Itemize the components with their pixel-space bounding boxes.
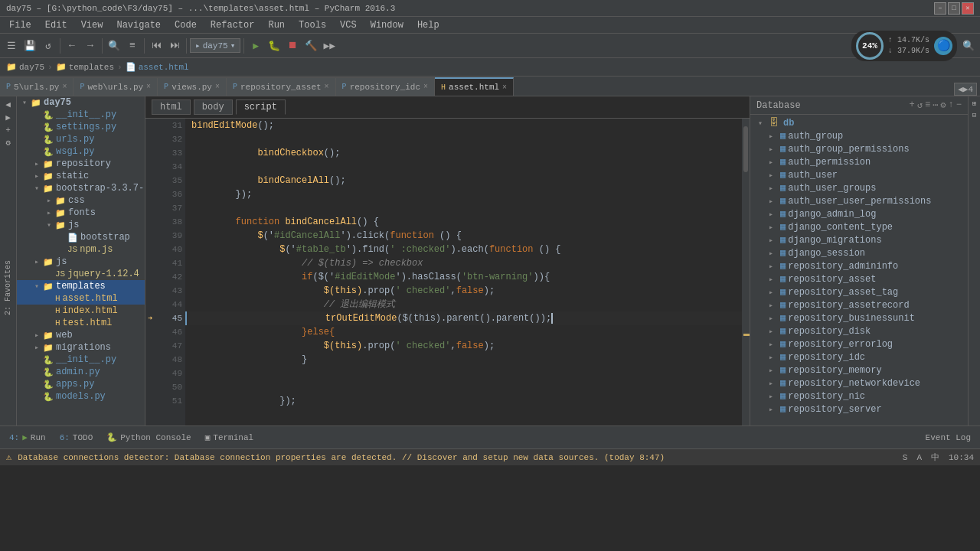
title-bar-controls[interactable]: – □ ✕ — [934, 2, 974, 15]
toolbar-back-btn[interactable]: ← — [64, 37, 80, 54]
db-icon-up[interactable]: ↑ — [949, 99, 954, 111]
tab-repo-idc[interactable]: P repository_idc × — [336, 77, 435, 96]
bread-asset-html[interactable]: 📄 asset.html — [126, 62, 189, 72]
db-table-repo-server[interactable]: ▸ ▦ repository_server — [752, 403, 966, 416]
tab-close-html[interactable]: × — [502, 83, 507, 92]
tab-close-repo-asset[interactable]: × — [325, 83, 329, 91]
tab-views[interactable]: P views.py × — [158, 77, 227, 96]
tree-item-js-sub[interactable]: ▾ 📁 js — [17, 219, 145, 231]
code-area[interactable]: ➜ 31 32 33 34 35 36 37 38 39 40 41 — [145, 119, 750, 425]
db-icon-refresh[interactable]: ↺ — [917, 99, 923, 111]
menu-tools[interactable]: Tools — [292, 18, 332, 32]
build-btn[interactable]: 🔨 — [302, 37, 319, 54]
tree-item-test-html[interactable]: H test.html — [17, 317, 145, 329]
toolbar-project-btn[interactable]: ☰ — [3, 37, 20, 54]
db-table-auth-user-user-perm[interactable]: ▸ ▦ auth_user_user_permissions — [752, 194, 966, 207]
db-table-repo-disk[interactable]: ▸ ▦ repository_disk — [752, 324, 966, 337]
db-table-repo-admininfo[interactable]: ▸ ▦ repository_admininfo — [752, 259, 966, 272]
right-edge-icon-1[interactable]: ⊞ — [972, 99, 976, 108]
tree-item-admin[interactable]: 🐍 admin.py — [17, 366, 145, 378]
bottom-tab-python-console[interactable]: 🐍 Python Console — [100, 429, 197, 447]
editor-tab-html[interactable]: html — [152, 99, 191, 115]
db-table-repo-assetrec[interactable]: ▸ ▦ repository_assetrecord — [752, 298, 966, 311]
db-root-item[interactable]: ▾ 🗄 db — [752, 116, 966, 129]
db-table-auth-user-groups[interactable]: ▸ ▦ auth_user_groups — [752, 181, 966, 194]
toolbar-next-btn[interactable]: ⏭ — [166, 37, 183, 54]
toolbar-search-right[interactable]: 🔍 — [960, 37, 977, 54]
db-table-repo-netdev[interactable]: ▸ ▦ repository_networkdevice — [752, 377, 966, 390]
tree-item-npm[interactable]: JS npm.js — [17, 243, 145, 256]
db-icon-plus[interactable]: + — [909, 99, 914, 111]
db-icon-settings[interactable]: ⚙ — [940, 99, 946, 111]
tree-item-repository[interactable]: ▸ 📁 repository — [17, 158, 145, 170]
bread-day75[interactable]: 📁 day75 — [6, 62, 44, 72]
edge-settings-icon[interactable]: ⚙ — [5, 138, 11, 148]
bottom-tab-todo[interactable]: 6: TODO — [54, 429, 100, 447]
code-content[interactable]: bindEditMode(); bindCheckbox(); bindCanc… — [185, 119, 742, 425]
tree-item-apps[interactable]: 🐍 apps.py — [17, 378, 145, 390]
db-table-repo-memory[interactable]: ▸ ▦ repository_memory — [752, 364, 966, 377]
maximize-button[interactable]: □ — [948, 2, 960, 15]
tab-asset-html[interactable]: H asset.html × — [435, 77, 514, 96]
tree-item-templates[interactable]: ▾ 📁 templates — [17, 280, 145, 292]
menu-run[interactable]: Run — [262, 18, 291, 32]
right-edge-icon-2[interactable]: ⊟ — [972, 111, 976, 119]
tree-item-urls[interactable]: 🐍 urls.py — [17, 133, 145, 145]
menu-code[interactable]: Code — [168, 18, 203, 32]
bottom-tab-event-log[interactable]: Event Log — [920, 429, 977, 447]
tree-item-bootstrap[interactable]: ▾ 📁 bootstrap-3.3.7- — [17, 182, 145, 194]
db-table-auth-group-perm[interactable]: ▸ ▦ auth_group_permissions — [752, 142, 966, 155]
editor-tab-body[interactable]: body — [194, 99, 233, 115]
tree-item-index-html[interactable]: H index.html — [17, 305, 145, 317]
menu-navigate[interactable]: Navigate — [110, 18, 167, 32]
tree-item-css[interactable]: ▸ 📁 css — [17, 194, 145, 207]
tree-item-js[interactable]: ▸ 📁 js — [17, 256, 145, 268]
menu-edit[interactable]: Edit — [39, 18, 74, 32]
edge-collapse-icon[interactable]: ▶ — [5, 112, 11, 122]
bottom-tab-terminal[interactable]: ▣ Terminal — [199, 429, 260, 447]
db-table-django-session[interactable]: ▸ ▦ django_session — [752, 246, 966, 259]
db-table-repo-errlog[interactable]: ▸ ▦ repository_errorlog — [752, 337, 966, 350]
toolbar-search-btn[interactable]: 🔍 — [106, 37, 122, 54]
menu-help[interactable]: Help — [411, 18, 446, 32]
branch-selector[interactable]: ▸ day75 ▾ — [190, 38, 240, 53]
bottom-tab-run[interactable]: 4: ▶ Run — [3, 429, 52, 447]
menu-view[interactable]: View — [75, 18, 109, 32]
tree-item-bootstrap-js[interactable]: 📄 bootstrap — [17, 231, 145, 243]
tree-item-init2[interactable]: 🐍 __init__.py — [17, 354, 145, 366]
tab-web-urls[interactable]: P web\urls.py × — [74, 77, 158, 96]
db-table-repo-bu[interactable]: ▸ ▦ repository_businessunit — [752, 311, 966, 324]
tree-item-fonts[interactable]: ▸ 📁 fonts — [17, 207, 145, 219]
db-table-auth-group[interactable]: ▸ ▦ auth_group — [752, 129, 966, 142]
tree-item-init[interactable]: 🐍 __init__.py — [17, 109, 145, 121]
db-table-repo-idc[interactable]: ▸ ▦ repository_idc — [752, 350, 966, 364]
tab-close-repo-idc[interactable]: × — [423, 83, 428, 91]
db-table-auth-perm[interactable]: ▸ ▦ auth_permission — [752, 155, 966, 168]
db-icon-filter[interactable]: ≡ — [925, 99, 930, 111]
db-table-repo-asset[interactable]: ▸ ▦ repository_asset — [752, 272, 966, 285]
tab-close-urls[interactable]: × — [62, 83, 67, 91]
db-icon-collapse[interactable]: − — [956, 99, 962, 111]
tree-item-models[interactable]: 🐍 models.py — [17, 390, 145, 403]
scroll-indicator[interactable] — [742, 119, 750, 425]
stop-btn[interactable]: ⏹ — [284, 37, 301, 54]
db-table-django-ct[interactable]: ▸ ▦ django_content_type — [752, 220, 966, 233]
tab-close-views[interactable]: × — [215, 83, 220, 91]
toolbar-find-btn[interactable]: ≡ — [124, 37, 141, 54]
menu-vcs[interactable]: VCS — [334, 18, 363, 32]
toolbar-prev-btn[interactable]: ⏮ — [148, 37, 165, 54]
db-table-django-admin[interactable]: ▸ ▦ django_admin_log — [752, 207, 966, 220]
tree-item-day75[interactable]: ▾ 📁 day75 — [17, 96, 145, 109]
db-table-django-mig[interactable]: ▸ ▦ django_migrations — [752, 233, 966, 246]
editor-tab-script[interactable]: script — [236, 99, 286, 115]
debug-btn[interactable]: 🐛 — [266, 37, 283, 54]
minimize-button[interactable]: – — [934, 2, 946, 15]
db-icon-more[interactable]: ⋯ — [933, 99, 938, 111]
tab-close-web-urls[interactable]: × — [146, 83, 151, 91]
menu-window[interactable]: Window — [364, 18, 410, 32]
tree-item-migrations[interactable]: ▸ 📁 migrations — [17, 341, 145, 354]
db-table-repo-asset-tag[interactable]: ▸ ▦ repository_asset_tag — [752, 285, 966, 298]
toolbar-save-btn[interactable]: 💾 — [21, 37, 38, 54]
toolbar-refresh-btn[interactable]: ↺ — [40, 37, 57, 54]
tree-item-static[interactable]: ▸ 📁 static — [17, 170, 145, 182]
